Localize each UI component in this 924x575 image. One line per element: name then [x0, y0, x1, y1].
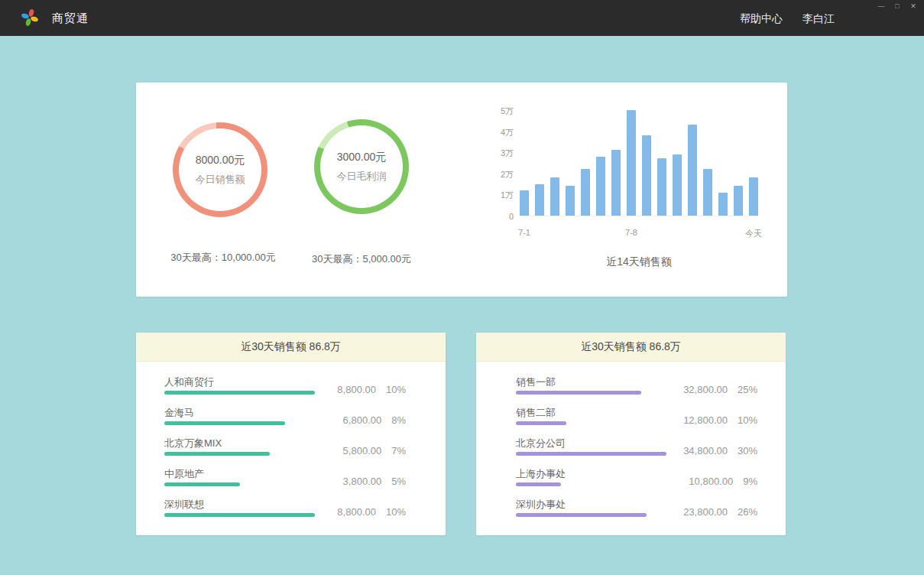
item-name: 中原地产: [164, 467, 204, 481]
item-percent: 10%: [386, 384, 406, 395]
department-sales-card: 近30天销售额 86.8万 销售一部32,800.0025%销售二部12,800…: [476, 333, 786, 535]
sales-bar-15: [734, 186, 743, 216]
item-percent: 10%: [386, 506, 406, 518]
minimize-button[interactable]: —: [877, 2, 886, 11]
app-logo-icon: [21, 8, 39, 27]
item-percent: 30%: [738, 445, 757, 456]
item-percent: 10%: [738, 414, 757, 426]
maximize-button[interactable]: □: [893, 2, 902, 11]
y-tick-label: 0: [478, 211, 514, 222]
item-progress-bar: [516, 391, 641, 395]
item-name: 销售一部: [516, 375, 556, 389]
item-value: 10,800.00: [689, 476, 733, 487]
item-value: 3,800.00: [343, 476, 382, 487]
sales-bar-4: [566, 186, 575, 216]
item-name: 销售二部: [516, 406, 556, 420]
item-value: 5,800.00: [343, 445, 382, 456]
sales-donut: 8000.00元 今日销售额: [173, 122, 267, 217]
user-name[interactable]: 李白江: [802, 12, 835, 26]
y-tick-label: 3万: [478, 148, 514, 158]
item-progress-bar: [516, 421, 566, 425]
customer-sales-card: 近30天销售额 86.8万 人和商贸行8,800.0010%金海马6,800.0…: [136, 333, 446, 535]
item-progress-bar: [164, 482, 240, 486]
item-percent: 25%: [738, 384, 757, 395]
item-value: 32,800.00: [683, 384, 728, 395]
item-value: 23,800.00: [683, 506, 728, 518]
list-item: 深圳联想8,800.0010%: [164, 496, 406, 527]
list-item: 销售一部32,800.0025%: [516, 374, 757, 404]
customer-card-list: 人和商贸行8,800.0010%金海马6,800.008%北京万象MIX5,80…: [136, 362, 446, 527]
item-progress-bar: [164, 452, 270, 456]
item-progress-bar: [516, 452, 666, 456]
sales-bar-11: [673, 154, 682, 216]
item-name: 深圳办事处: [516, 498, 566, 512]
item-name: 北京分公司: [516, 437, 566, 450]
item-value: 12,800.00: [683, 414, 728, 426]
sales-bar-7: [611, 150, 621, 216]
sales-bar-chart: 5万4万3万2万1万0 7-17-8今天 近14天销售额: [477, 106, 772, 292]
sales-donut-center: 8000.00元 今日销售额: [179, 128, 261, 211]
sales-bar-9: [642, 135, 651, 216]
item-progress-bar: [516, 513, 647, 517]
topbar-right: 帮助中心 李白江: [740, 12, 835, 26]
item-value: 34,800.00: [683, 445, 728, 456]
help-center-link[interactable]: 帮助中心: [740, 12, 783, 26]
list-item: 金海马6,800.008%: [164, 404, 406, 435]
topbar: 商贸通 帮助中心 李白江 — □ ✕: [0, 0, 924, 36]
y-tick-label: 5万: [478, 106, 514, 116]
sales-bar-8: [627, 110, 636, 216]
y-tick-label: 4万: [478, 127, 514, 138]
list-item: 北京分公司34,800.0030%: [516, 435, 757, 466]
sales-donut-value: 8000.00元: [196, 154, 245, 167]
sales-bar-14: [718, 193, 728, 216]
x-tick-label: 7-8: [625, 228, 637, 237]
sales-bar-10: [657, 158, 666, 216]
sales-bar-5: [581, 169, 590, 216]
sales-bar-6: [596, 157, 605, 216]
list-item: 中原地产3,800.005%: [164, 466, 406, 496]
bar-plot: [520, 111, 758, 216]
item-value: 8,800.00: [337, 384, 376, 395]
profit-donut-value: 3000.00元: [337, 151, 387, 164]
close-button[interactable]: ✕: [909, 2, 918, 11]
sales-bar-2: [535, 184, 544, 216]
item-progress-bar: [164, 421, 285, 425]
item-percent: 26%: [738, 506, 757, 518]
item-percent: 8%: [391, 414, 406, 426]
list-item: 深圳办事处23,800.0026%: [516, 496, 757, 527]
item-name: 人和商贸行: [164, 375, 214, 389]
profit-donut: 3000.00元 今日毛利润: [314, 119, 409, 214]
customer-card-title: 近30天销售额 86.8万: [136, 333, 446, 362]
item-percent: 7%: [391, 445, 406, 456]
item-progress-bar: [516, 482, 561, 486]
app-title: 商贸通: [52, 11, 89, 26]
list-item: 销售二部12,800.0010%: [516, 404, 757, 435]
item-name: 上海办事处: [516, 467, 566, 481]
list-item: 人和商贸行8,800.0010%: [164, 374, 406, 404]
y-tick-label: 1万: [478, 190, 514, 200]
item-percent: 5%: [391, 476, 406, 487]
department-card-list: 销售一部32,800.0025%销售二部12,800.0010%北京分公司34,…: [476, 362, 786, 527]
sales-bar-16: [749, 177, 758, 216]
item-name: 北京万象MIX: [164, 437, 222, 450]
y-tick-label: 2万: [478, 169, 514, 180]
item-progress-bar: [164, 513, 315, 517]
item-value: 8,800.00: [337, 506, 376, 518]
item-name: 深圳联想: [164, 498, 204, 512]
sales-bar-3: [550, 177, 559, 216]
sales-donut-label: 今日销售额: [196, 173, 245, 187]
profit-donut-center: 3000.00元 今日毛利润: [320, 125, 403, 208]
item-value: 6,800.00: [343, 414, 382, 426]
item-percent: 9%: [743, 476, 757, 487]
department-card-title: 近30天销售额 86.8万: [476, 333, 786, 362]
profit-donut-label: 今日毛利润: [337, 170, 387, 184]
x-tick-label: 7-1: [518, 228, 530, 237]
x-tick-label: 今天: [745, 228, 762, 239]
sales-bar-13: [703, 169, 712, 216]
sales-bar-1: [520, 190, 529, 216]
profit-30day-max: 30天最高：5,000.00元: [274, 252, 449, 266]
item-name: 金海马: [164, 406, 194, 420]
window-controls: — □ ✕: [877, 2, 918, 11]
overview-card: 8000.00元 今日销售额 30天最高：10,000.00元 3000.00元…: [136, 83, 787, 297]
bar-chart-title: 近14天销售额: [520, 255, 758, 269]
